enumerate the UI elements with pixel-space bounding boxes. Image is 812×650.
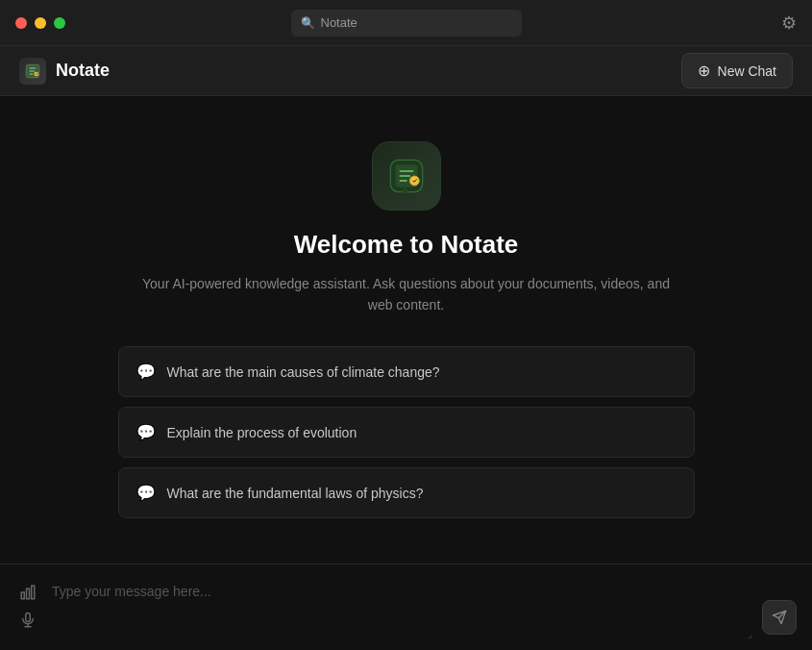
minimize-button[interactable]	[35, 17, 46, 29]
new-chat-button[interactable]: ⊕ New Chat	[681, 53, 793, 88]
send-button[interactable]	[762, 600, 797, 635]
chat-icon-3: 💬	[136, 484, 156, 502]
suggestion-text-3: What are the fundamental laws of physics…	[167, 486, 424, 501]
app-logo-icon	[19, 58, 46, 85]
svg-rect-7	[32, 586, 35, 599]
search-bar-label: Notate	[321, 15, 357, 30]
maximize-button[interactable]	[54, 17, 65, 29]
resize-handle: ⌟	[745, 629, 754, 638]
svg-point-1	[35, 71, 39, 76]
suggestion-text-1: What are the main causes of climate chan…	[167, 364, 440, 380]
svg-rect-8	[26, 613, 31, 622]
chat-icon-1: 💬	[136, 362, 156, 381]
welcome-icon	[372, 141, 441, 211]
search-bar[interactable]: 🔍 Notate	[291, 10, 522, 37]
settings-icon[interactable]: ⚙	[781, 14, 797, 32]
svg-rect-5	[21, 592, 24, 599]
suggestion-list: 💬 What are the main causes of climate ch…	[118, 346, 695, 518]
suggestion-text-2: Explain the process of evolution	[167, 425, 357, 440]
suggestion-item[interactable]: 💬 What are the main causes of climate ch…	[118, 346, 695, 397]
microphone-icon[interactable]	[15, 608, 40, 636]
new-chat-label: New Chat	[718, 63, 776, 79]
bar-chart-icon[interactable]	[15, 580, 40, 608]
welcome-title: Welcome to Notate	[294, 230, 519, 260]
input-area: ⌟	[0, 563, 812, 650]
welcome-subtitle: Your AI-powered knowledge assistant. Ask…	[137, 273, 676, 316]
input-left-icons	[15, 576, 40, 638]
app-header: Notate ⊕ New Chat	[0, 46, 812, 96]
suggestion-item[interactable]: 💬 What are the fundamental laws of physi…	[118, 467, 695, 518]
svg-point-4	[409, 176, 419, 186]
app-logo: Notate	[19, 58, 110, 85]
close-button[interactable]	[15, 17, 27, 29]
svg-rect-6	[27, 588, 30, 599]
traffic-lights	[15, 17, 65, 29]
message-input[interactable]	[48, 576, 754, 638]
title-bar: 🔍 Notate ⚙	[0, 0, 812, 46]
suggestion-item[interactable]: 💬 Explain the process of evolution	[118, 407, 695, 458]
input-wrapper: ⌟	[48, 576, 754, 638]
chat-icon-2: 💬	[136, 423, 156, 441]
app-name: Notate	[56, 61, 110, 81]
new-chat-icon: ⊕	[698, 62, 710, 80]
main-content: Welcome to Notate Your AI-powered knowle…	[0, 96, 812, 563]
search-icon: 🔍	[301, 16, 315, 30]
